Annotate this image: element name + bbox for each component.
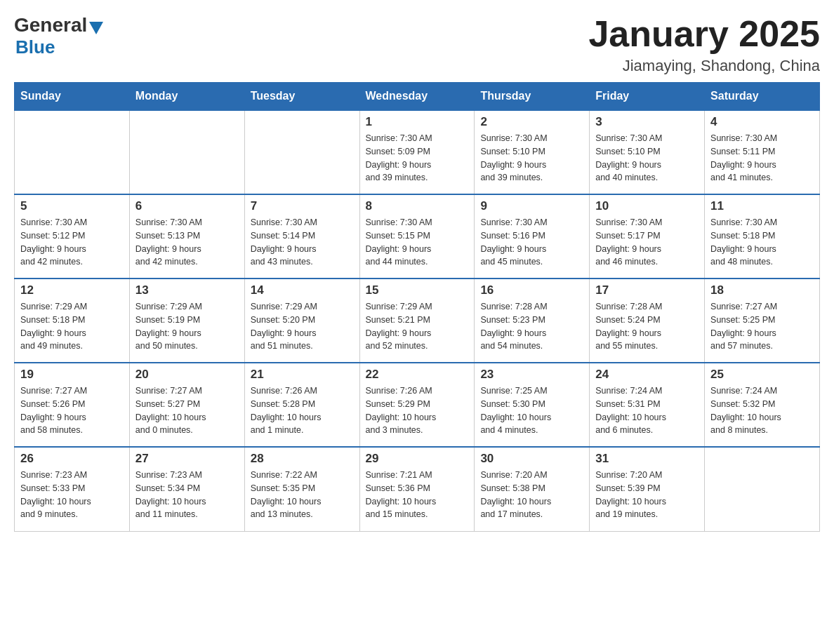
day-info: Sunrise: 7:25 AM Sunset: 5:30 PM Dayligh… [480,384,583,437]
logo-general-text: General [14,14,87,36]
day-info: Sunrise: 7:30 AM Sunset: 5:15 PM Dayligh… [366,216,469,269]
day-number: 30 [480,452,583,466]
day-info: Sunrise: 7:26 AM Sunset: 5:29 PM Dayligh… [366,384,469,437]
calendar-cell: 1Sunrise: 7:30 AM Sunset: 5:09 PM Daylig… [359,110,475,194]
day-number: 20 [135,368,239,382]
day-number: 25 [710,368,814,382]
calendar-table: SundayMondayTuesdayWednesdayThursdayFrid… [14,82,820,532]
day-info: Sunrise: 7:24 AM Sunset: 5:32 PM Dayligh… [710,384,814,437]
day-number: 19 [20,368,124,382]
day-number: 23 [480,368,583,382]
calendar-cell: 4Sunrise: 7:30 AM Sunset: 5:11 PM Daylig… [705,110,820,194]
day-info: Sunrise: 7:30 AM Sunset: 5:10 PM Dayligh… [595,132,699,185]
weekday-header-sunday: Sunday [15,83,130,111]
day-info: Sunrise: 7:23 AM Sunset: 5:33 PM Dayligh… [20,469,124,521]
calendar-cell: 6Sunrise: 7:30 AM Sunset: 5:13 PM Daylig… [129,194,244,279]
day-info: Sunrise: 7:30 AM Sunset: 5:09 PM Dayligh… [366,132,469,185]
day-number: 21 [251,368,354,382]
day-number: 16 [480,283,583,297]
calendar-cell: 28Sunrise: 7:22 AM Sunset: 5:35 PM Dayli… [244,447,359,531]
calendar-cell: 12Sunrise: 7:29 AM Sunset: 5:18 PM Dayli… [15,279,130,363]
day-number: 26 [20,452,124,466]
day-number: 15 [366,283,469,297]
calendar-cell: 27Sunrise: 7:23 AM Sunset: 5:34 PM Dayli… [129,447,244,531]
day-number: 22 [366,368,469,382]
weekday-header-monday: Monday [129,83,244,111]
day-number: 4 [710,115,814,129]
day-info: Sunrise: 7:30 AM Sunset: 5:10 PM Dayligh… [480,132,583,185]
day-number: 5 [20,199,124,213]
calendar-cell: 17Sunrise: 7:28 AM Sunset: 5:24 PM Dayli… [590,279,705,363]
day-info: Sunrise: 7:29 AM Sunset: 5:19 PM Dayligh… [135,300,239,353]
calendar-cell: 16Sunrise: 7:28 AM Sunset: 5:23 PM Dayli… [475,279,590,363]
calendar-cell: 18Sunrise: 7:27 AM Sunset: 5:25 PM Dayli… [705,279,820,363]
day-number: 24 [595,368,699,382]
weekday-header-tuesday: Tuesday [244,83,359,111]
page-header: General Blue January 2025 Jiamaying, Sha… [14,14,820,75]
day-number: 14 [251,283,354,297]
calendar-cell: 5Sunrise: 7:30 AM Sunset: 5:12 PM Daylig… [15,194,130,279]
day-info: Sunrise: 7:30 AM Sunset: 5:18 PM Dayligh… [710,216,814,269]
calendar-cell: 22Sunrise: 7:26 AM Sunset: 5:29 PM Dayli… [359,363,475,447]
weekday-header-wednesday: Wednesday [359,83,475,111]
calendar-cell [15,110,130,194]
day-number: 7 [251,199,354,213]
day-number: 12 [20,283,124,297]
day-info: Sunrise: 7:28 AM Sunset: 5:24 PM Dayligh… [595,300,699,353]
day-info: Sunrise: 7:26 AM Sunset: 5:28 PM Dayligh… [251,384,354,437]
day-info: Sunrise: 7:30 AM Sunset: 5:14 PM Dayligh… [251,216,354,269]
calendar-cell: 8Sunrise: 7:30 AM Sunset: 5:15 PM Daylig… [359,194,475,279]
day-number: 11 [710,199,814,213]
calendar-cell: 19Sunrise: 7:27 AM Sunset: 5:26 PM Dayli… [15,363,130,447]
calendar-cell: 7Sunrise: 7:30 AM Sunset: 5:14 PM Daylig… [244,194,359,279]
calendar-week-row: 1Sunrise: 7:30 AM Sunset: 5:09 PM Daylig… [15,110,820,194]
day-number: 13 [135,283,239,297]
calendar-cell: 9Sunrise: 7:30 AM Sunset: 5:16 PM Daylig… [475,194,590,279]
calendar-cell: 24Sunrise: 7:24 AM Sunset: 5:31 PM Dayli… [590,363,705,447]
calendar-cell [129,110,244,194]
calendar-cell: 23Sunrise: 7:25 AM Sunset: 5:30 PM Dayli… [475,363,590,447]
calendar-cell: 14Sunrise: 7:29 AM Sunset: 5:20 PM Dayli… [244,279,359,363]
logo-blue-text: Blue [15,36,55,58]
day-info: Sunrise: 7:21 AM Sunset: 5:36 PM Dayligh… [366,469,469,521]
day-number: 6 [135,199,239,213]
day-number: 17 [595,283,699,297]
day-number: 31 [595,452,699,466]
day-number: 9 [480,199,583,213]
calendar-cell: 31Sunrise: 7:20 AM Sunset: 5:39 PM Dayli… [590,447,705,531]
calendar-cell: 21Sunrise: 7:26 AM Sunset: 5:28 PM Dayli… [244,363,359,447]
day-info: Sunrise: 7:29 AM Sunset: 5:18 PM Dayligh… [20,300,124,353]
title-block: January 2025 Jiamaying, Shandong, China [588,14,820,75]
day-info: Sunrise: 7:30 AM Sunset: 5:16 PM Dayligh… [480,216,583,269]
day-number: 27 [135,452,239,466]
day-info: Sunrise: 7:29 AM Sunset: 5:21 PM Dayligh… [366,300,469,353]
calendar-cell: 25Sunrise: 7:24 AM Sunset: 5:32 PM Dayli… [705,363,820,447]
day-number: 29 [366,452,469,466]
calendar-cell: 30Sunrise: 7:20 AM Sunset: 5:38 PM Dayli… [475,447,590,531]
calendar-cell: 29Sunrise: 7:21 AM Sunset: 5:36 PM Dayli… [359,447,475,531]
calendar-cell: 10Sunrise: 7:30 AM Sunset: 5:17 PM Dayli… [590,194,705,279]
calendar-cell: 20Sunrise: 7:27 AM Sunset: 5:27 PM Dayli… [129,363,244,447]
day-info: Sunrise: 7:30 AM Sunset: 5:12 PM Dayligh… [20,216,124,269]
calendar-week-row: 19Sunrise: 7:27 AM Sunset: 5:26 PM Dayli… [15,363,820,447]
calendar-title: January 2025 [588,14,820,54]
calendar-cell [705,447,820,531]
day-number: 2 [480,115,583,129]
calendar-cell: 11Sunrise: 7:30 AM Sunset: 5:18 PM Dayli… [705,194,820,279]
weekday-header-friday: Friday [590,83,705,111]
calendar-cell: 2Sunrise: 7:30 AM Sunset: 5:10 PM Daylig… [475,110,590,194]
day-number: 3 [595,115,699,129]
day-info: Sunrise: 7:27 AM Sunset: 5:27 PM Dayligh… [135,384,239,437]
day-info: Sunrise: 7:24 AM Sunset: 5:31 PM Dayligh… [595,384,699,437]
day-info: Sunrise: 7:29 AM Sunset: 5:20 PM Dayligh… [251,300,354,353]
calendar-subtitle: Jiamaying, Shandong, China [588,57,820,75]
logo: General Blue [14,14,103,58]
day-info: Sunrise: 7:20 AM Sunset: 5:38 PM Dayligh… [480,469,583,521]
day-info: Sunrise: 7:30 AM Sunset: 5:17 PM Dayligh… [595,216,699,269]
day-number: 18 [710,283,814,297]
day-info: Sunrise: 7:27 AM Sunset: 5:26 PM Dayligh… [20,384,124,437]
calendar-week-row: 12Sunrise: 7:29 AM Sunset: 5:18 PM Dayli… [15,279,820,363]
weekday-header-thursday: Thursday [475,83,590,111]
calendar-cell: 15Sunrise: 7:29 AM Sunset: 5:21 PM Dayli… [359,279,475,363]
logo-triangle-icon [89,22,103,34]
